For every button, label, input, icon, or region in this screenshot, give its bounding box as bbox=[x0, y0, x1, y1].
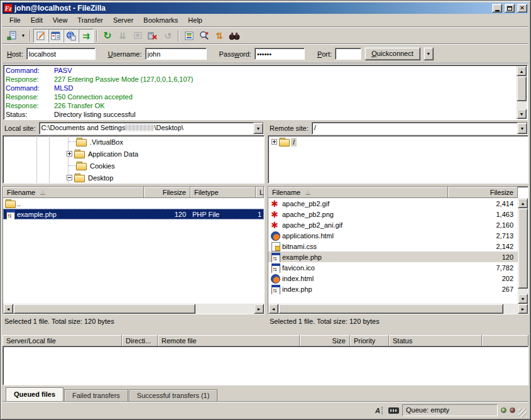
menu-server[interactable]: Server bbox=[108, 15, 138, 25]
resize-grip[interactable] bbox=[518, 409, 527, 417]
file-row[interactable]: apache_pb2.gif 2,414 bbox=[268, 198, 518, 209]
toggle-transfer-queue-button[interactable]: ⇉ bbox=[79, 29, 94, 43]
combo-dropdown-icon[interactable]: ▼ bbox=[517, 123, 527, 134]
site-manager-button[interactable] bbox=[4, 29, 19, 43]
file-type-icon bbox=[270, 274, 281, 283]
password-input[interactable] bbox=[255, 48, 305, 60]
minimize-button[interactable] bbox=[492, 4, 502, 13]
file-row[interactable]: index.html 202 bbox=[268, 273, 518, 284]
expand-icon[interactable] bbox=[271, 139, 277, 145]
cancel-operation-button[interactable]: ✕ bbox=[130, 29, 145, 43]
menu-bookmarks[interactable]: Bookmarks bbox=[138, 15, 183, 25]
tree-item[interactable]: .VirtualBox bbox=[3, 136, 254, 148]
scrollbar-thumb[interactable] bbox=[517, 76, 527, 101]
file-row[interactable]: apache_pb2_ani.gif 2,160 bbox=[268, 219, 518, 230]
scroll-down-icon[interactable]: ▼ bbox=[264, 172, 265, 182]
scrollbar-thumb[interactable] bbox=[264, 158, 265, 166]
scroll-up-icon[interactable]: ▲ bbox=[517, 66, 527, 76]
queue-column-remote-file[interactable]: Remote file bbox=[158, 335, 300, 346]
column-header-filesize[interactable]: Filesize bbox=[448, 187, 518, 198]
column-header-filesize[interactable]: Filesize bbox=[144, 187, 190, 198]
scrollbar-thumb[interactable] bbox=[518, 208, 528, 289]
tab-queued-files[interactable]: Queued files bbox=[6, 387, 63, 401]
remote-site-combo[interactable]: / ▼ bbox=[312, 122, 528, 135]
scroll-down-icon[interactable]: ▼ bbox=[518, 294, 528, 304]
queue-column-direction[interactable]: Directi... bbox=[122, 335, 158, 346]
transfer-type-icon[interactable]: A bbox=[373, 406, 385, 416]
tree-item[interactable]: Desktop bbox=[3, 172, 254, 184]
column-header-lastmodified[interactable]: L bbox=[256, 187, 264, 198]
column-header-filename[interactable]: Filename bbox=[268, 187, 448, 198]
tree-item[interactable]: Application Data bbox=[3, 148, 254, 160]
scroll-right-icon[interactable]: ► bbox=[254, 304, 264, 314]
log-line: Response:226 Transfer OK bbox=[6, 101, 516, 110]
close-button[interactable]: ✕ bbox=[517, 4, 527, 13]
file-row[interactable]: bitnami.css 2,142 bbox=[268, 241, 518, 251]
toggle-message-log-button[interactable] bbox=[33, 29, 48, 43]
site-manager-dropdown[interactable]: ▼ bbox=[19, 29, 27, 43]
expand-icon[interactable] bbox=[67, 151, 72, 157]
file-row[interactable]: applications.html 2,713 bbox=[268, 230, 518, 241]
file-row-selected[interactable]: example.php 120 bbox=[268, 251, 518, 262]
quickconnect-button[interactable]: Quickconnect bbox=[364, 47, 420, 60]
find-files-button[interactable] bbox=[227, 29, 242, 43]
filter-button[interactable] bbox=[182, 29, 197, 43]
column-header-filename[interactable]: Filename bbox=[3, 187, 144, 198]
username-input[interactable] bbox=[145, 48, 207, 60]
port-input[interactable] bbox=[335, 48, 361, 60]
menu-help[interactable]: Help bbox=[183, 15, 207, 25]
local-tree-scrollbar[interactable] bbox=[264, 136, 265, 183]
menu-transfer[interactable]: Transfer bbox=[72, 15, 108, 25]
local-site-combo[interactable]: C:\Documents and Settings\Desktop\ ▼ bbox=[39, 122, 264, 135]
local-tree-scrollbar[interactable]: ▲ ▼ bbox=[264, 136, 265, 182]
reconnect-button[interactable]: ↺ bbox=[160, 29, 175, 43]
local-hscrollbar[interactable]: ◄ ► bbox=[3, 304, 264, 314]
collapse-icon[interactable] bbox=[67, 175, 72, 180]
horizontal-splitter[interactable] bbox=[3, 328, 528, 335]
activity-led-red-icon bbox=[510, 407, 515, 413]
log-scrollbar[interactable]: ▲ ▼ bbox=[517, 66, 527, 119]
queue-column-status[interactable]: Status bbox=[389, 335, 482, 346]
maximize-button[interactable] bbox=[505, 4, 515, 13]
toggle-remote-tree-button[interactable] bbox=[63, 29, 79, 43]
scroll-left-icon[interactable]: ◄ bbox=[268, 304, 278, 314]
host-input[interactable] bbox=[26, 48, 96, 60]
tree-item[interactable]: Cookies bbox=[3, 160, 254, 172]
quickconnect-dropdown[interactable]: ▼ bbox=[424, 47, 434, 60]
titlebar[interactable]: Fz john@localhost - FileZilla ✕ bbox=[3, 3, 528, 14]
queue-column-local-file[interactable]: Server/Local file bbox=[3, 335, 122, 346]
scroll-up-icon[interactable]: ▲ bbox=[518, 198, 528, 208]
file-row[interactable]: favicon.ico 7,782 bbox=[268, 262, 518, 273]
menu-view[interactable]: View bbox=[48, 15, 73, 25]
combo-dropdown-icon[interactable]: ▼ bbox=[253, 123, 263, 134]
tab-successful-transfers[interactable]: Successful transfers (1) bbox=[129, 389, 218, 401]
disconnect-button[interactable] bbox=[145, 29, 160, 43]
queue-column-priority[interactable]: Priority bbox=[350, 335, 389, 346]
scroll-left-icon[interactable]: ◄ bbox=[3, 304, 13, 314]
refresh-button[interactable]: ↻ bbox=[100, 29, 115, 43]
scroll-right-icon[interactable]: ► bbox=[518, 304, 528, 314]
process-queue-button[interactable]: ⇊ bbox=[115, 29, 130, 43]
scroll-down-icon[interactable]: ▼ bbox=[517, 109, 527, 119]
compare-directories-button[interactable] bbox=[197, 29, 212, 43]
file-row[interactable]: .. bbox=[3, 198, 264, 209]
toggle-local-tree-button[interactable] bbox=[48, 29, 63, 43]
speed-limit-icon[interactable] bbox=[388, 406, 399, 416]
queue-list[interactable] bbox=[3, 346, 528, 385]
tree-item[interactable]: / bbox=[268, 136, 518, 148]
file-row[interactable]: index.php 267 bbox=[268, 284, 518, 294]
remote-vscrollbar[interactable]: ▲ ▼ bbox=[518, 198, 528, 304]
menu-file[interactable]: File bbox=[4, 15, 26, 25]
filter-icon bbox=[184, 31, 194, 41]
scrollbar-thumb[interactable] bbox=[278, 304, 503, 314]
scrollbar-thumb[interactable] bbox=[13, 304, 195, 314]
file-row-selected[interactable]: example.php 120 PHP File 1 bbox=[3, 209, 264, 219]
column-header-filetype[interactable]: Filetype bbox=[190, 187, 256, 198]
queue-column-size[interactable]: Size bbox=[300, 335, 350, 346]
remote-hscrollbar[interactable]: ◄ ► bbox=[268, 304, 528, 314]
menu-edit[interactable]: Edit bbox=[26, 15, 48, 25]
synchronized-browsing-button[interactable]: ⇅ bbox=[212, 29, 227, 43]
file-row[interactable]: apache_pb2.png 1,463 bbox=[268, 209, 518, 219]
tab-failed-transfers[interactable]: Failed transfers bbox=[64, 389, 128, 401]
scroll-up-icon[interactable]: ▲ bbox=[264, 136, 265, 146]
